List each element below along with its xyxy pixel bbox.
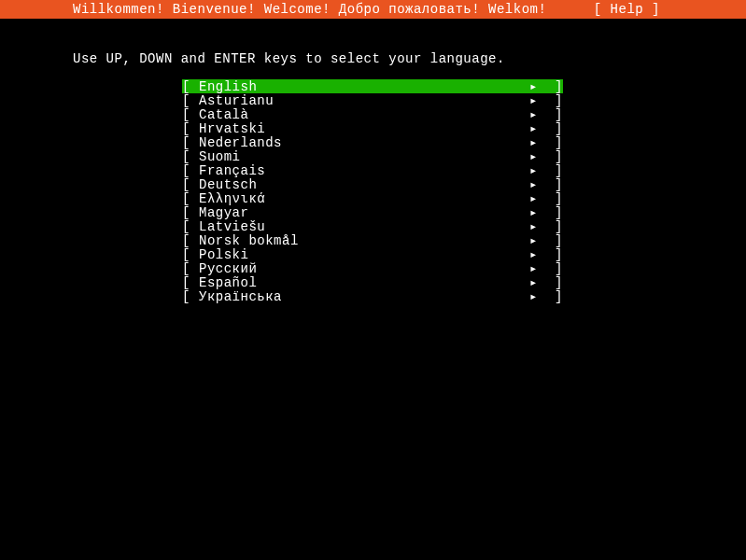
help-button[interactable]: [ Help ] [594, 2, 660, 17]
bracket-right: ] [552, 177, 563, 192]
bracket-left: [ [182, 289, 199, 304]
bracket-left: [ [182, 191, 199, 206]
bracket-right: ] [552, 149, 563, 164]
language-label: Deutsch [199, 177, 529, 192]
language-label: Українська [199, 289, 529, 304]
language-label: Magyar [199, 205, 529, 220]
language-label: Français [199, 163, 529, 178]
submenu-arrow-icon: ▸ [529, 288, 552, 304]
bracket-left: [ [182, 261, 199, 276]
language-item-english[interactable]: [ English▸ ] [182, 79, 563, 93]
bracket-right: ] [552, 79, 563, 94]
language-label: English [199, 79, 529, 94]
language-item-latvieu[interactable]: [ Latviešu▸ ] [182, 219, 563, 233]
bracket-right: ] [552, 107, 563, 122]
language-label: Ελληνικά [199, 191, 529, 206]
bracket-left: [ [182, 219, 199, 234]
bracket-left: [ [182, 177, 199, 192]
language-item-catal[interactable]: [ Català▸ ] [182, 107, 563, 121]
bracket-right: ] [552, 205, 563, 220]
language-label: Norsk bokmål [199, 233, 529, 248]
language-item-espaol[interactable]: [ Español▸ ] [182, 275, 563, 289]
language-label: Nederlands [199, 135, 529, 150]
bracket-right: ] [552, 93, 563, 108]
bracket-left: [ [182, 121, 199, 136]
bracket-left: [ [182, 247, 199, 262]
language-item-magyar[interactable]: [ Magyar▸ ] [182, 205, 563, 219]
bracket-right: ] [552, 163, 563, 178]
language-label: Latviešu [199, 219, 529, 234]
instruction-text: Use UP, DOWN and ENTER keys to select yo… [73, 51, 505, 66]
bracket-left: [ [182, 93, 199, 108]
language-list: [ English▸ ][ Asturianu▸ ][ Català▸ ][ H… [182, 79, 563, 303]
bracket-right: ] [552, 233, 563, 248]
bracket-right: ] [552, 275, 563, 290]
language-label: Suomi [199, 149, 529, 164]
bracket-left: [ [182, 135, 199, 150]
language-item-asturianu[interactable]: [ Asturianu▸ ] [182, 93, 563, 107]
language-item-[interactable]: [ Українська▸ ] [182, 289, 563, 303]
language-label: Hrvatski [199, 121, 529, 136]
language-label: Русский [199, 261, 529, 276]
bracket-right: ] [552, 261, 563, 276]
language-item-deutsch[interactable]: [ Deutsch▸ ] [182, 177, 563, 191]
header-title: Willkommen! Bienvenue! Welcome! Добро по… [73, 2, 546, 17]
language-label: Polski [199, 247, 529, 262]
language-item-hrvatski[interactable]: [ Hrvatski▸ ] [182, 121, 563, 135]
bracket-left: [ [182, 107, 199, 122]
language-item-[interactable]: [ Русский▸ ] [182, 261, 563, 275]
language-item-polski[interactable]: [ Polski▸ ] [182, 247, 563, 261]
bracket-left: [ [182, 79, 199, 94]
bracket-right: ] [552, 135, 563, 150]
bracket-left: [ [182, 233, 199, 248]
bracket-right: ] [552, 219, 563, 234]
bracket-left: [ [182, 205, 199, 220]
bracket-right: ] [552, 289, 563, 304]
bracket-left: [ [182, 149, 199, 164]
language-label: Español [199, 275, 529, 290]
bracket-right: ] [552, 121, 563, 136]
bracket-right: ] [552, 247, 563, 262]
header-bar: Willkommen! Bienvenue! Welcome! Добро по… [0, 0, 746, 19]
bracket-left: [ [182, 163, 199, 178]
bracket-right: ] [552, 191, 563, 206]
language-item-suomi[interactable]: [ Suomi▸ ] [182, 149, 563, 163]
language-item-nederlands[interactable]: [ Nederlands▸ ] [182, 135, 563, 149]
language-item-norskbokml[interactable]: [ Norsk bokmål▸ ] [182, 233, 563, 247]
language-label: Català [199, 107, 529, 122]
language-label: Asturianu [199, 93, 529, 108]
bracket-left: [ [182, 275, 199, 290]
language-item-[interactable]: [ Ελληνικά▸ ] [182, 191, 563, 205]
language-item-franais[interactable]: [ Français▸ ] [182, 163, 563, 177]
